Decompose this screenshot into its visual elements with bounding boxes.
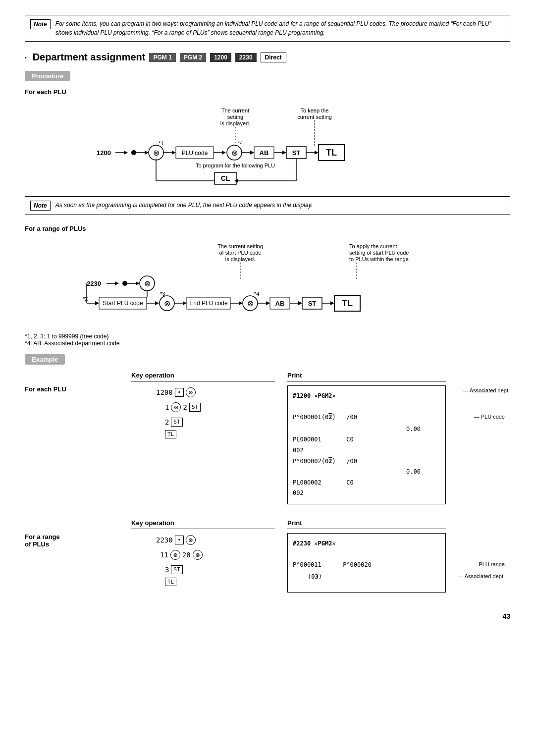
key-3: 3 (165, 563, 169, 577)
svg-marker-16 (172, 151, 176, 155)
key-otimes-1: ⊗ (186, 387, 196, 397)
flow-diagram-2: The current setting of start PLU code is… (25, 237, 510, 328)
badge-2230: 2230 (235, 53, 257, 62)
plu-range-annotation: — PLU range (472, 560, 505, 570)
print-line-7: P°000002(02) /00 (293, 456, 440, 467)
example-range-col3: Print #2230 ✕PGM2✕ P°000011 -P°000020 — … (282, 519, 510, 593)
print-range-line-1: #2230 ✕PGM2✕ (293, 539, 440, 549)
svg-text:To keep the: To keep the (301, 108, 329, 113)
print-header-1: Print (287, 372, 446, 381)
for-each-plu-title: For each PLU (25, 88, 510, 96)
assoc-dept-annotation-1: — Associated dept. (463, 386, 510, 396)
print-area-1: #1200 ✕PGM2✕ P°000001(02) /00 — PLU code… (287, 385, 446, 504)
key-st-2: ST (171, 418, 182, 426)
svg-text:TL: TL (326, 148, 337, 158)
key-2a: 2 (183, 400, 187, 414)
footnote-line2: *4: AB: Associated department code (25, 340, 510, 347)
svg-text:is displayed.: is displayed. (225, 256, 256, 262)
print-header-2: Print (287, 519, 446, 529)
key-tl-1: TL (165, 430, 176, 438)
key-op-header-1: Key operation (131, 372, 275, 381)
print-line-3: P°000001(02) /00 — PLU code (293, 412, 440, 423)
key-st-1: ST (189, 403, 201, 411)
svg-point-10 (131, 150, 136, 155)
svg-text:⊗: ⊗ (144, 279, 151, 288)
key-otimes-5: ⊗ (193, 550, 203, 560)
svg-text:⊗: ⊗ (247, 299, 254, 308)
svg-marker-72 (183, 301, 187, 305)
key-op-area-1: 1200 • ⊗ 1 ⊗ 2 ST 2 ST TL (131, 385, 275, 438)
svg-marker-21 (222, 151, 226, 155)
svg-marker-80 (266, 301, 270, 305)
key-2230: 2230 (156, 533, 173, 547)
key-st-3: ST (171, 565, 182, 574)
svg-marker-58 (136, 281, 140, 285)
example-each-col3: Print #1200 ✕PGM2✕ P°000001(02) /00 — PL… (282, 372, 510, 504)
svg-text:is displayed.: is displayed. (220, 120, 251, 126)
print-range-line-4: (03) — Associated dept. (293, 572, 440, 583)
svg-marker-85 (298, 301, 302, 305)
note-text-2: As soon as the programming is completed … (55, 201, 313, 210)
svg-marker-67 (155, 301, 159, 305)
badge-direct: Direct (261, 53, 286, 62)
example-each-plu: For each PLU Key operation 1200 • ⊗ 1 ⊗ … (25, 372, 510, 504)
svg-marker-63 (95, 301, 99, 305)
svg-text:The current: The current (221, 108, 249, 113)
key-otimes-2: ⊗ (171, 402, 181, 412)
section-header: ■ Department assignment PGM 1 PGM 2 1200… (25, 52, 510, 63)
svg-marker-76 (239, 301, 243, 305)
svg-text:The current setting: The current setting (217, 243, 263, 249)
svg-text:*4: *4 (238, 140, 243, 146)
svg-text:ST: ST (292, 149, 301, 157)
svg-text:To apply the current: To apply the current (349, 243, 397, 249)
svg-text:TL: TL (342, 298, 353, 308)
print-area-2: #2230 ✕PGM2✕ P°000011 -P°000020 — PLU ra… (287, 533, 446, 593)
svg-text:Start PLU code: Start PLU code (103, 300, 143, 307)
svg-text:PLU code: PLU code (182, 150, 208, 157)
print-line-2 (293, 402, 440, 413)
svg-marker-9 (124, 151, 128, 155)
print-line-1: #1200 ✕PGM2✕ (293, 391, 440, 402)
assoc-dept-annotation-2: — Associated dept. (458, 572, 505, 582)
svg-text:⊗: ⊗ (231, 149, 238, 157)
svg-text:setting: setting (227, 114, 243, 120)
section-title: Department assignment (33, 52, 146, 63)
key-op-area-2: 2230 • ⊗ 11 ⊗ 20 ⊗ 3 ST TL (131, 533, 275, 586)
note-box-2: Note As soon as the programming is compl… (25, 196, 510, 215)
svg-text:to PLUs within the range: to PLUs within the range (349, 256, 409, 262)
key-20: 20 (182, 548, 191, 562)
print-line-6: 002 (293, 445, 440, 456)
plu-code-annotation: — PLU code (474, 412, 505, 422)
example-for-each-title: For each PLU (25, 385, 124, 393)
key-2b: 2 (165, 415, 169, 429)
svg-marker-12 (145, 151, 149, 155)
key-otimes-4: ⊗ (170, 550, 180, 560)
svg-text:ST: ST (308, 300, 317, 307)
badge-1200: 1200 (210, 53, 231, 62)
example-range-col1: For a rangeof PLUs (25, 519, 124, 593)
svg-text:*4: *4 (254, 291, 259, 297)
key-otimes-3: ⊗ (186, 535, 196, 545)
svg-text:*2: *2 (83, 296, 88, 302)
svg-text:CL: CL (221, 174, 230, 182)
note-text-1: For some items, you can program in two w… (55, 19, 505, 37)
print-range-line-3: P°000011 -P°000020 — PLU range (293, 560, 440, 571)
badge-pgm1: PGM 1 (149, 53, 175, 62)
svg-text:⊗: ⊗ (153, 149, 160, 157)
note-label-2: Note (30, 201, 51, 211)
key-dot-1: • (175, 388, 184, 396)
footnote-line1: *1, 2, 3: 1 to 999999 (free code) (25, 333, 510, 340)
svg-text:⊗: ⊗ (164, 299, 170, 308)
svg-text:current setting: current setting (297, 114, 332, 120)
svg-text:2230: 2230 (87, 280, 101, 287)
procedure-label: Procedure (25, 71, 70, 81)
key-tl-2: TL (165, 578, 176, 586)
note-box-1: Note For some items, you can program in … (25, 15, 510, 42)
svg-text:To program for the following P: To program for the following PLU (196, 162, 275, 168)
print-range-line-2 (293, 549, 440, 560)
badge-pgm2: PGM 2 (180, 53, 206, 62)
example-for-range-title: For a rangeof PLUs (25, 533, 124, 548)
svg-point-56 (122, 281, 127, 286)
svg-marker-89 (330, 301, 334, 305)
print-line-10: 002 (293, 488, 440, 499)
